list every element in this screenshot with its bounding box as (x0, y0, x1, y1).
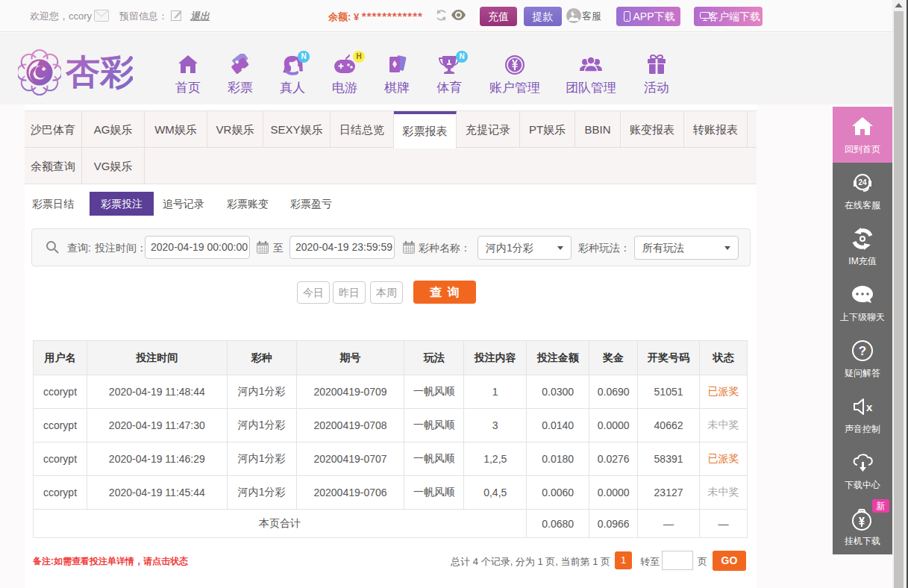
svg-text:杏彩: 杏彩 (66, 54, 133, 91)
svg-text:24: 24 (858, 178, 867, 187)
svg-text:x: x (866, 401, 873, 413)
svg-text:?: ? (859, 344, 866, 358)
